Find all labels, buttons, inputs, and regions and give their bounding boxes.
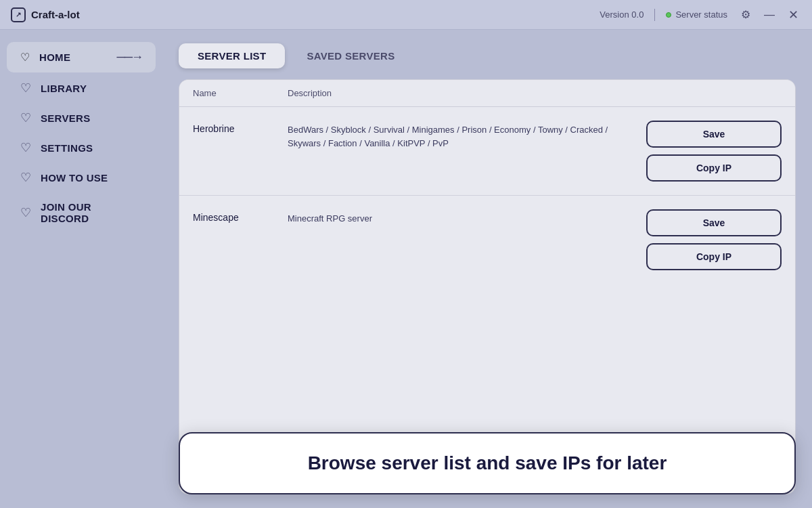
- sidebar-label-servers: SERVERS: [41, 112, 91, 124]
- server-status-label: Server status: [675, 9, 727, 20]
- sidebar-item-servers[interactable]: ♡ SERVERS: [7, 104, 156, 132]
- table-row: Herobrine BedWars / Skyblock / Survival …: [179, 107, 795, 196]
- table-body: Herobrine BedWars / Skyblock / Survival …: [179, 107, 795, 284]
- content-area: SERVER LIST SAVED SERVERS Name Descripti…: [162, 30, 812, 508]
- titlebar-left: ↗ Craft-a-lot: [11, 7, 80, 22]
- col-header-description: Description: [288, 88, 646, 98]
- tab-saved-servers[interactable]: SAVED SERVERS: [288, 43, 413, 68]
- sidebar-label-home: HOME: [39, 51, 70, 63]
- app-title: Craft-a-lot: [31, 9, 80, 20]
- server-name-herobrine: Herobrine: [193, 121, 288, 134]
- version-label: Version 0.0: [600, 9, 644, 20]
- sidebar: ♡ HOME ──→ ♡ LIBRARY ♡ SERVERS ♡ SETTING…: [0, 30, 162, 508]
- tab-server-list[interactable]: SERVER LIST: [179, 43, 285, 68]
- server-desc-herobrine: BedWars / Skyblock / Survival / Minigame…: [288, 121, 646, 150]
- table-header: Name Description: [179, 80, 795, 107]
- server-name-minescape: Minescape: [193, 209, 288, 223]
- sidebar-item-settings[interactable]: ♡ SETTINGS: [7, 133, 156, 162]
- titlebar-divider: [654, 9, 655, 21]
- sidebar-item-discord[interactable]: ♡ JOIN OUR DISCORD: [7, 193, 156, 232]
- server-desc-minescape: Minecraft RPG server: [288, 209, 646, 226]
- sidebar-item-library[interactable]: ♡ LIBRARY: [7, 74, 156, 102]
- col-header-actions: [646, 88, 782, 98]
- feature-callout-text: Browse server list and save IPs for late…: [308, 452, 667, 474]
- feature-callout: Browse server list and save IPs for late…: [179, 432, 796, 494]
- status-dot: [666, 12, 671, 18]
- copy-ip-button-herobrine[interactable]: Copy IP: [646, 154, 782, 182]
- heart-icon-settings: ♡: [20, 142, 31, 154]
- close-button[interactable]: ✕: [786, 7, 801, 22]
- main-layout: ♡ HOME ──→ ♡ LIBRARY ♡ SERVERS ♡ SETTING…: [0, 30, 812, 508]
- heart-icon-discord: ♡: [20, 207, 31, 219]
- sidebar-item-how-to-use[interactable]: ♡ HOW TO USE: [7, 163, 156, 192]
- settings-button[interactable]: ⚙: [738, 8, 753, 22]
- col-header-name: Name: [193, 88, 288, 98]
- titlebar: ↗ Craft-a-lot Version 0.0 Server status …: [0, 0, 812, 30]
- save-button-minescape[interactable]: Save: [646, 209, 782, 236]
- heart-icon-library: ♡: [20, 82, 31, 94]
- sidebar-label-settings: SETTINGS: [41, 142, 93, 154]
- titlebar-actions: ⚙ — ✕: [738, 7, 801, 22]
- titlebar-right: Version 0.0 Server status ⚙ — ✕: [600, 7, 801, 22]
- sidebar-label-library: LIBRARY: [41, 83, 87, 94]
- heart-icon-home: ♡: [20, 51, 30, 64]
- minimize-button[interactable]: —: [761, 8, 777, 22]
- server-actions-herobrine: Save Copy IP: [646, 121, 782, 182]
- home-arrow-icon: ──→: [116, 50, 142, 64]
- sidebar-home-left: ♡ HOME: [20, 51, 70, 64]
- tabs-row: SERVER LIST SAVED SERVERS: [179, 43, 796, 68]
- sidebar-label-how-to-use: HOW TO USE: [41, 172, 108, 184]
- server-status: Server status: [666, 9, 727, 20]
- heart-icon-how-to-use: ♡: [20, 171, 31, 184]
- table-row: Minescape Minecraft RPG server Save Copy…: [179, 196, 795, 284]
- sidebar-item-home[interactable]: ♡ HOME ──→: [7, 42, 156, 72]
- heart-icon-servers: ♡: [20, 112, 31, 124]
- sidebar-label-discord: JOIN OUR DISCORD: [41, 201, 142, 224]
- server-actions-minescape: Save Copy IP: [646, 209, 782, 270]
- app-icon: ↗: [11, 7, 26, 22]
- save-button-herobrine[interactable]: Save: [646, 121, 782, 148]
- copy-ip-button-minescape[interactable]: Copy IP: [646, 243, 782, 270]
